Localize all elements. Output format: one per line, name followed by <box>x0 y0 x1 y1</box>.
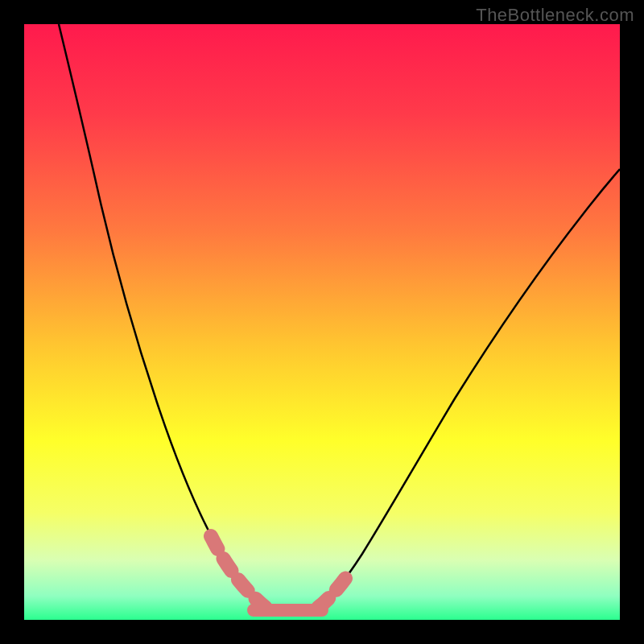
watermark-text: TheBottleneck.com <box>476 5 634 26</box>
left-curve-line <box>59 24 266 608</box>
left-marker-segment <box>211 536 266 608</box>
right-curve-line <box>318 169 620 608</box>
curves-overlay <box>24 24 620 620</box>
right-marker-segment <box>318 572 350 608</box>
chart-plot-area <box>24 24 620 620</box>
